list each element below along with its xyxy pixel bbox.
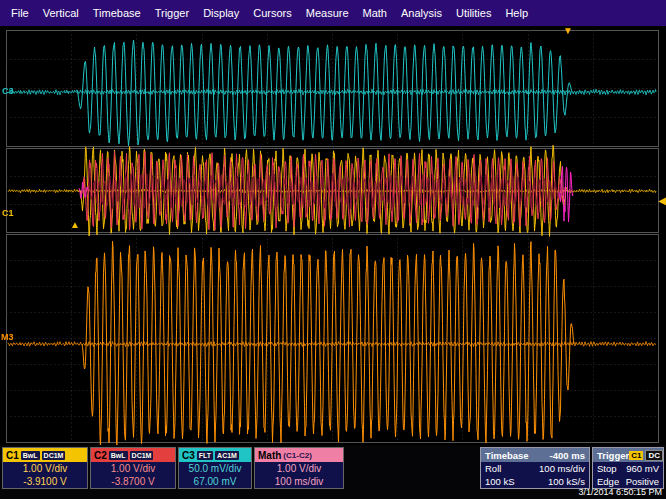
timebase-offset: -400 ms <box>550 450 585 461</box>
menu-item-math[interactable]: Math <box>356 3 394 23</box>
waveform-display[interactable] <box>0 26 666 445</box>
channel-offset-marker-m3[interactable]: M3 <box>1 332 14 342</box>
menu-item-trigger[interactable]: Trigger <box>148 3 196 23</box>
channel-descriptor-c3[interactable]: C3 FLT AC1M 50.0 mV/div 67.00 mV <box>178 447 252 489</box>
trigger-level-arrow-icon[interactable]: ◀ <box>658 196 666 206</box>
channel-id-c1: C1 <box>6 450 19 461</box>
menu-item-file[interactable]: File <box>4 3 36 23</box>
timebase-title: Timebase <box>485 450 529 461</box>
math-descriptor-header: Math (C1-C2) <box>255 448 343 462</box>
channel-id-c3: C3 <box>182 450 195 461</box>
trigger-level: 960 mV <box>626 462 659 475</box>
math-id: Math <box>258 450 281 461</box>
waveform-canvas[interactable] <box>0 26 666 445</box>
channel-descriptor-c2[interactable]: C2 BwL DC1M 1.00 V/div -3.8700 V <box>90 447 176 489</box>
timebase-samples: 100 kS <box>485 475 515 488</box>
channel-descriptor-c3-header: C3 FLT AC1M <box>179 448 251 462</box>
coupling-badge-c1: DC1M <box>42 451 66 460</box>
trigger-source-badge: C1 <box>629 451 643 460</box>
datetime-display: 3/1/2014 6:50:15 PM <box>578 487 662 497</box>
math-scale: 1.00 V/div <box>255 462 343 475</box>
filter-badge-c3: FLT <box>197 451 213 460</box>
channel-descriptor-c1-header: C1 BwL DC1M <box>3 448 87 462</box>
channel-offset-c2: -3.8700 V <box>91 475 175 488</box>
channel-offset-marker-c3[interactable]: C3 <box>2 86 14 96</box>
channel-offset-c3: 67.00 mV <box>179 475 251 488</box>
channel-scale-c2: 1.00 V/div <box>91 462 175 475</box>
menu-item-analysis[interactable]: Analysis <box>394 3 449 23</box>
trigger-time-marker-icon[interactable]: ▲ <box>70 220 80 230</box>
menu-item-measure[interactable]: Measure <box>299 3 356 23</box>
menu-item-vertical[interactable]: Vertical <box>36 3 86 23</box>
status-bar: C1 BwL DC1M 1.00 V/div -3.9100 V C2 BwL … <box>0 445 666 499</box>
bandwidth-limit-badge-c2: BwL <box>109 451 128 460</box>
oscilloscope-app: File Vertical Timebase Trigger Display C… <box>0 0 666 499</box>
channel-descriptor-c1[interactable]: C1 BwL DC1M 1.00 V/div -3.9100 V <box>2 447 88 489</box>
math-descriptor[interactable]: Math (C1-C2) 1.00 V/div 100 ms/div <box>254 447 344 489</box>
timebase-scale: 100 ms/div <box>539 462 585 475</box>
timebase-descriptor[interactable]: Timebase -400 ms Roll 100 ms/div 100 kS … <box>480 447 590 489</box>
channel-offset-c1: -3.9100 V <box>3 475 87 488</box>
math-expression: (C1-C2) <box>283 451 311 460</box>
bandwidth-limit-badge-c1: BwL <box>21 451 40 460</box>
trigger-descriptor[interactable]: Trigger C1 DC Stop 960 mV Edge Positive <box>592 447 664 489</box>
menu-item-help[interactable]: Help <box>498 3 535 23</box>
coupling-badge-c2: DC1M <box>130 451 154 460</box>
menu-item-display[interactable]: Display <box>196 3 246 23</box>
menu-item-utilities[interactable]: Utilities <box>449 3 498 23</box>
trigger-mode: Stop <box>597 462 617 475</box>
trigger-position-marker-icon[interactable]: ▼ <box>563 26 573 36</box>
coupling-badge-c3: AC1M <box>215 451 239 460</box>
channel-scale-c3: 50.0 mV/div <box>179 462 251 475</box>
menu-bar: File Vertical Timebase Trigger Display C… <box>0 0 666 26</box>
channel-offset-marker-c1[interactable]: C1 <box>2 208 14 218</box>
channel-scale-c1: 1.00 V/div <box>3 462 87 475</box>
menu-item-timebase[interactable]: Timebase <box>86 3 148 23</box>
channel-id-c2: C2 <box>94 450 107 461</box>
math-timebase: 100 ms/div <box>255 475 343 488</box>
menu-item-cursors[interactable]: Cursors <box>246 3 299 23</box>
trigger-coupling-badge: DC <box>645 450 663 461</box>
trigger-title: Trigger <box>597 450 629 461</box>
timebase-mode: Roll <box>485 462 501 475</box>
channel-descriptor-c2-header: C2 BwL DC1M <box>91 448 175 462</box>
